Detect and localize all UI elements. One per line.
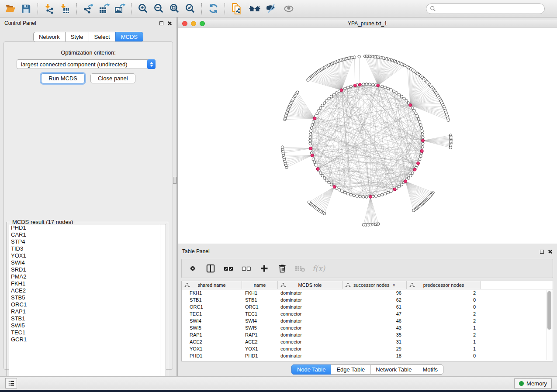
graph-node[interactable] — [421, 145, 424, 148]
cell-predecessors[interactable]: 0 — [407, 353, 481, 358]
cell-name[interactable]: FKH1 — [242, 290, 278, 296]
cell-role[interactable]: dominator — [278, 318, 343, 323]
export-table-button[interactable] — [97, 2, 111, 16]
tab-motifs[interactable]: Motifs — [417, 364, 443, 375]
delete-column-button[interactable] — [277, 263, 288, 274]
graph-node[interactable] — [362, 83, 365, 86]
cell-name[interactable]: TEC1 — [242, 311, 278, 316]
graph-node[interactable] — [308, 201, 310, 203]
cell-successors[interactable]: 35 — [343, 332, 407, 337]
graph-node[interactable] — [368, 83, 371, 86]
graph-node-mcds[interactable] — [316, 168, 319, 171]
graph-node[interactable] — [384, 86, 386, 89]
table-row[interactable]: PHD1PHD1dominator180 — [182, 352, 553, 359]
cell-role[interactable]: connector — [278, 346, 343, 351]
cell-successors[interactable]: 62 — [343, 297, 407, 303]
graph-node-mcds[interactable] — [409, 103, 412, 107]
graph-node-mcds[interactable] — [311, 154, 314, 157]
graph-node[interactable] — [421, 130, 423, 132]
graph-node[interactable] — [419, 120, 421, 123]
graph-node-mcds[interactable] — [377, 84, 380, 87]
graph-node[interactable] — [362, 224, 365, 226]
graph-node-mcds[interactable] — [420, 150, 423, 153]
graph-node[interactable] — [321, 104, 324, 107]
graph-node[interactable] — [359, 195, 361, 198]
float-window-icon[interactable] — [540, 250, 544, 254]
tab-select[interactable]: Select — [89, 32, 116, 42]
graph-node[interactable] — [325, 179, 328, 182]
graph-node[interactable] — [387, 87, 389, 90]
graph-node-mcds[interactable] — [333, 185, 336, 188]
table-row[interactable]: YOX1YOX1connector291 — [182, 345, 553, 352]
cell-name[interactable]: SWI4 — [242, 318, 278, 323]
graph-node[interactable] — [353, 194, 355, 197]
graph-node[interactable] — [378, 194, 381, 197]
cell-shared[interactable]: FKH1 — [182, 290, 242, 296]
cell-shared[interactable]: RAP1 — [182, 332, 242, 337]
list-item[interactable]: SWI5 — [9, 322, 166, 329]
tab-mcds[interactable]: MCDS — [115, 32, 143, 42]
table-row[interactable]: ACE2ACE2connector311 — [182, 338, 553, 345]
cell-role[interactable]: dominator — [278, 353, 343, 358]
graph-node[interactable] — [398, 93, 400, 96]
list-item[interactable]: STP4 — [9, 238, 166, 245]
graph-node[interactable] — [422, 136, 424, 139]
graph-node[interactable] — [346, 193, 349, 195]
graph-node[interactable] — [365, 83, 368, 86]
cell-shared[interactable]: PHD1 — [182, 353, 242, 358]
cell-predecessors[interactable]: 1 — [407, 346, 481, 351]
list-item[interactable]: TEC1 — [9, 329, 166, 336]
search-input[interactable] — [438, 4, 544, 13]
cell-name[interactable]: STB1 — [242, 297, 278, 303]
open-file-button[interactable] — [4, 2, 17, 16]
scrollbar-thumb[interactable] — [547, 291, 551, 330]
graph-node[interactable] — [416, 115, 419, 117]
list-item[interactable]: FKH1 — [9, 280, 166, 287]
tab-network[interactable]: Network — [33, 32, 66, 42]
graph-node[interactable] — [328, 97, 330, 100]
search-field[interactable] — [426, 3, 545, 14]
list-item[interactable]: GCR1 — [9, 336, 166, 343]
graph-node[interactable] — [335, 92, 338, 94]
graph-node-mcds[interactable] — [340, 89, 343, 92]
graph-node[interactable] — [381, 85, 384, 88]
graph-node[interactable] — [318, 109, 320, 112]
list-item[interactable]: STB1 — [9, 315, 166, 322]
graph-node[interactable] — [330, 183, 332, 186]
graph-node[interactable] — [420, 127, 423, 129]
switch-view-button[interactable] — [205, 263, 216, 274]
graph-node[interactable] — [310, 130, 312, 132]
close-icon[interactable] — [548, 249, 553, 254]
graph-node[interactable] — [343, 191, 346, 194]
graph-node[interactable] — [387, 191, 389, 194]
table-row[interactable]: SWI5SWI5connector431 — [182, 324, 553, 331]
cell-predecessors[interactable]: 1 — [407, 339, 481, 344]
graph-node[interactable] — [281, 146, 284, 148]
list-item[interactable]: SRD1 — [9, 266, 166, 273]
cell-role[interactable]: dominator — [278, 332, 343, 337]
tab-edge-table[interactable]: Edge Table — [331, 364, 370, 375]
run-mcds-button[interactable]: Run MCDS — [41, 73, 85, 83]
network-canvas[interactable] — [178, 28, 557, 243]
graph-node[interactable] — [358, 55, 360, 58]
table-row[interactable]: SWI4SWI4dominator462 — [182, 317, 553, 324]
cell-shared[interactable]: SWI4 — [182, 318, 242, 323]
graph-node-mcds[interactable] — [393, 188, 396, 191]
table-row[interactable]: TEC1TEC1connector472 — [182, 310, 553, 317]
close-panel-button[interactable]: Close panel — [90, 73, 135, 83]
graph-node[interactable] — [381, 193, 384, 196]
graph-node[interactable] — [356, 195, 358, 197]
graph-node[interactable] — [403, 64, 406, 67]
graph-node[interactable] — [353, 56, 356, 58]
refresh-button[interactable] — [207, 2, 220, 16]
delete-table-button[interactable] — [294, 263, 306, 274]
table-row[interactable]: RAP1RAP1dominator352 — [182, 331, 553, 338]
graph-node-mcds[interactable] — [413, 168, 416, 171]
graph-node[interactable] — [419, 155, 422, 158]
float-window-icon[interactable] — [159, 21, 163, 25]
show-all-button[interactable] — [282, 2, 295, 16]
graph-node[interactable] — [319, 172, 322, 174]
graph-node[interactable] — [309, 139, 311, 142]
cell-successors[interactable]: 61 — [343, 304, 407, 309]
list-item[interactable]: RAP1 — [9, 308, 166, 315]
